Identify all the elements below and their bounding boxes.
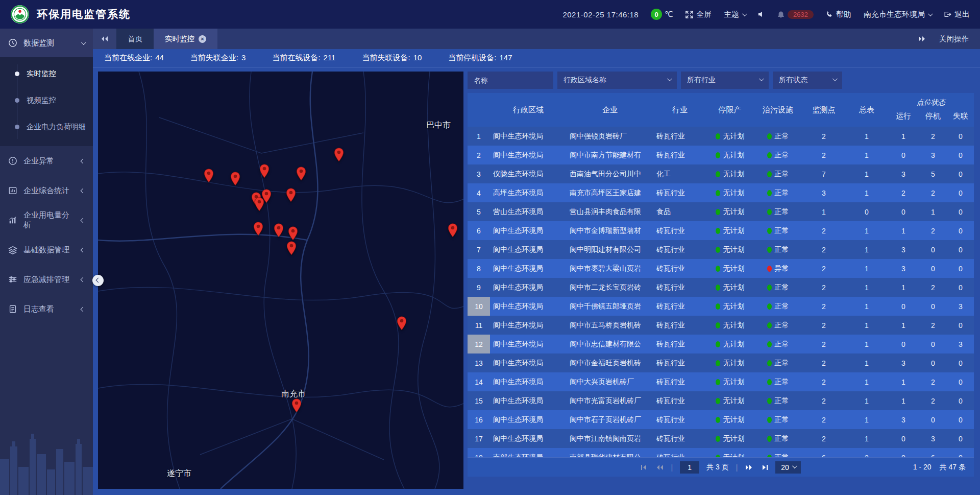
theme-dropdown[interactable]: 主题 (724, 10, 746, 19)
cell-lost-count: 0 (947, 372, 974, 391)
map-pin-icon[interactable] (254, 197, 264, 211)
name-search-input[interactable] (468, 72, 553, 89)
cell-industry: 砖瓦行业 (653, 127, 706, 146)
sidebar-item-enterprise-stats[interactable]: 企业综合统计 (0, 176, 93, 205)
sidebar-item-log-view[interactable]: 日志查看 (0, 294, 93, 324)
table-row[interactable]: 6 阆中生态环境局 阆中市金博瑞新型墙材 砖瓦行业 无计划 正常 2 1 1 2… (468, 221, 974, 240)
double-chevron-right-icon[interactable] (918, 36, 926, 42)
table-row[interactable]: 18 南部生态环境局 南部县瑞华建材有限公 砖瓦行业 无计划 正常 6 2 0 … (468, 448, 974, 457)
next-page-button[interactable] (745, 464, 753, 470)
table-row[interactable]: 8 阆中生态环境局 阆中市枣碧大梁山页岩 砖瓦行业 无计划 异常 2 1 3 0… (468, 259, 974, 278)
chevron-down-icon (928, 11, 933, 16)
page-number-input[interactable]: 1 (680, 461, 699, 474)
sidebar-item-power-analysis[interactable]: 企业用电量分析 (0, 205, 93, 235)
table-row[interactable]: 14 阆中生态环境局 阆中大兴页岩机砖厂 砖瓦行业 无计划 正常 2 1 1 2… (468, 372, 974, 391)
table-row[interactable]: 7 阆中生态环境局 阆中明阳建材有限公司 砖瓦行业 无计划 正常 2 1 3 0… (468, 240, 974, 259)
map-pin-icon[interactable] (334, 148, 344, 162)
cell-stop-count: 2 (919, 183, 947, 202)
table-row[interactable]: 2 阆中生态环境局 阆中市南方节能建材有 砖瓦行业 无计划 正常 2 1 0 3… (468, 146, 974, 164)
status-dot (767, 152, 772, 158)
map-pin-icon[interactable] (296, 167, 306, 181)
cell-monitor-points: 7 (802, 164, 845, 183)
map-pin-icon[interactable] (397, 316, 407, 331)
pagination-divider: | (736, 463, 738, 472)
cell-total-meters: 1 (845, 278, 888, 297)
cell-facility-status: 正常 (753, 127, 802, 146)
table-row[interactable]: 10 阆中生态环境局 阆中千佛镇五郎垭页岩 砖瓦行业 无计划 正常 2 1 0 … (468, 297, 974, 316)
brand: 环保用电监管系统 (10, 5, 131, 24)
map-pin-icon[interactable] (274, 223, 284, 238)
map-collapse-handle[interactable] (92, 275, 104, 286)
industry-select[interactable]: 所有行业 (681, 72, 769, 89)
sidebar-item-base-data[interactable]: 基础数据管理 (0, 235, 93, 265)
map-panel[interactable]: 巴中市南充市遂宁市 (98, 72, 463, 489)
cell-facility-status: 正常 (753, 353, 802, 372)
table-body: 1 阆中生态环境局 阆中强锐页岩砖厂 砖瓦行业 无计划 正常 2 1 1 2 0… (468, 127, 974, 457)
table-row[interactable]: 9 阆中生态环境局 阆中市二龙长宝页岩砖 砖瓦行业 无计划 正常 2 1 1 2… (468, 278, 974, 297)
notifications[interactable]: 2632 (777, 10, 814, 19)
tab-home[interactable]: 首页 (116, 29, 154, 49)
cell-industry: 砖瓦行业 (653, 259, 706, 278)
table-row[interactable]: 12 阆中生态环境局 阆中市忠信建材有限公 砖瓦行业 无计划 正常 2 1 0 … (468, 335, 974, 353)
sidebar-item-power-load-detail[interactable]: 企业电力负荷明细 (0, 113, 93, 140)
cell-stop-count: 0 (919, 410, 947, 429)
cell-stop-count: 2 (919, 316, 947, 335)
logout-button[interactable]: 退出 (944, 10, 970, 19)
map-pin-icon[interactable] (286, 188, 296, 202)
map-pin-icon[interactable] (288, 226, 298, 241)
table-row[interactable]: 13 阆中生态环境局 阆中市金福旺页岩机砖 砖瓦行业 无计划 正常 2 1 3 … (468, 353, 974, 372)
sidebar-item-data-monitor[interactable]: 数据监测 (0, 29, 93, 57)
row-index: 13 (468, 353, 490, 372)
help-button[interactable]: 帮助 (826, 10, 851, 19)
sound-toggle[interactable] (758, 11, 765, 18)
sidebar-item-emergency-reduction[interactable]: 应急减排管理 (0, 265, 93, 294)
status-dot (767, 171, 772, 177)
sidebar-item-realtime-monitor[interactable]: 实时监控 (0, 60, 93, 87)
row-index: 5 (468, 202, 490, 221)
cell-run-count: 1 (888, 221, 919, 240)
map-pin-icon[interactable] (253, 222, 263, 236)
map-pin-icon[interactable] (204, 169, 214, 183)
table-row[interactable]: 16 阆中生态环境局 阆中市石子页岩机砖厂 砖瓦行业 无计划 正常 2 1 3 … (468, 410, 974, 429)
cell-company: 南部县瑞华建材有限公 (567, 448, 653, 457)
cell-region: 阆中生态环境局 (490, 372, 567, 391)
fullscreen-button[interactable]: 全屏 (685, 10, 712, 19)
close-operations-button[interactable]: 关闭操作 (939, 34, 969, 44)
close-tab-icon[interactable]: × (199, 35, 206, 43)
table-row[interactable]: 1 阆中生态环境局 阆中强锐页岩砖厂 砖瓦行业 无计划 正常 2 1 1 2 0 (468, 127, 974, 146)
status-dot (767, 228, 772, 234)
map-pin-icon[interactable] (259, 164, 270, 178)
cell-run-count: 0 (888, 297, 919, 316)
region-select[interactable]: 行政区域名称 (557, 72, 677, 89)
status-select[interactable]: 所有状态 (773, 72, 842, 89)
tabs-scroll-left-button[interactable] (93, 29, 116, 49)
cell-stop-count: 0 (919, 353, 947, 372)
cell-total-meters: 1 (845, 391, 888, 410)
sidebar-item-video-monitor[interactable]: 视频监控 (0, 87, 93, 113)
cell-region: 阆中生态环境局 (490, 429, 567, 448)
org-dropdown[interactable]: 南充市生态环境局 (864, 10, 932, 19)
cell-stop-count: 0 (919, 335, 947, 353)
double-chevron-left-icon (101, 36, 109, 42)
last-page-button[interactable] (760, 464, 768, 470)
layers-icon (8, 245, 17, 254)
status-dot (716, 133, 720, 139)
map-pin-icon[interactable] (448, 223, 458, 238)
table-row[interactable]: 5 营山生态环境局 营山县润丰肉食品有限 食品 无计划 正常 1 0 0 1 0 (468, 202, 974, 221)
table-row[interactable]: 4 高坪生态环境局 南充市高坪区王家店建 砖瓦行业 无计划 正常 3 1 2 2… (468, 183, 974, 202)
table-row[interactable]: 11 阆中生态环境局 阆中市五马桥页岩机砖 砖瓦行业 无计划 正常 2 1 1 … (468, 316, 974, 335)
sidebar-item-enterprise-abnormal[interactable]: 企业异常 (0, 146, 93, 176)
cell-region: 阆中生态环境局 (490, 240, 567, 259)
map-pin-icon[interactable] (291, 398, 302, 413)
first-page-button[interactable] (641, 464, 649, 470)
chevron-left-icon (81, 247, 86, 252)
map-pin-icon[interactable] (230, 172, 240, 186)
tab-realtime-monitor[interactable]: 实时监控 × (154, 29, 217, 49)
table-row[interactable]: 17 阆中生态环境局 阆中市江南镇阆南页岩 砖瓦行业 无计划 正常 2 1 0 … (468, 429, 974, 448)
cell-total-meters: 1 (845, 127, 888, 146)
table-row[interactable]: 3 仪陇生态环境局 西南油气田分公司川中 化工 无计划 正常 7 1 3 5 0 (468, 164, 974, 183)
page-size-select[interactable]: 20 (775, 461, 801, 474)
map-pin-icon[interactable] (286, 241, 297, 255)
table-row[interactable]: 15 阆中生态环境局 阆中市光富页岩机砖厂 砖瓦行业 无计划 正常 2 1 1 … (468, 391, 974, 410)
prev-page-button[interactable] (656, 464, 664, 470)
